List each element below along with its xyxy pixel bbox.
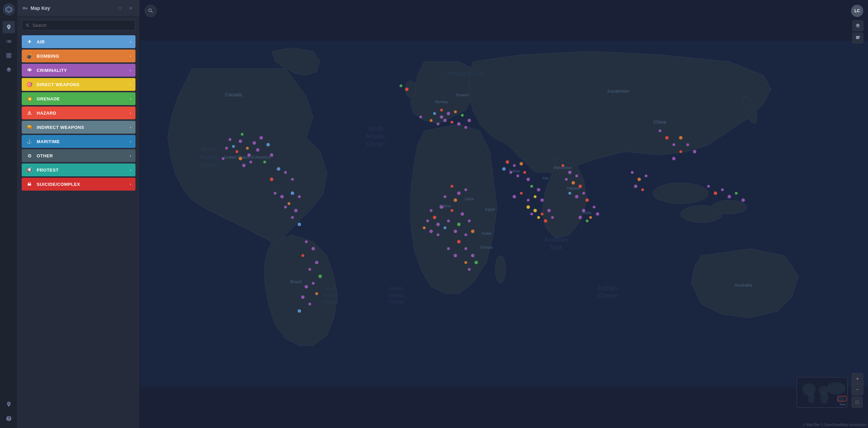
category-left-indirect-weapons: 🔫 INDIRECT WEAPONS [26,123,84,131]
sidebar-item-help[interactable] [3,412,15,425]
category-item-criminality[interactable]: 👁 CRIMINALITY › [22,64,135,77]
category-item-grenade[interactable]: 💥 GRENADE › [22,92,135,105]
svg-point-173 [679,136,682,139]
svg-text:Australia: Australia [734,283,752,288]
search-box[interactable] [22,20,135,31]
svg-point-7 [827,382,846,394]
svg-point-82 [312,247,315,250]
svg-point-194 [645,175,647,177]
search-input[interactable] [33,23,132,28]
svg-text:Arabian: Arabian [544,236,568,243]
category-icon-air: ✈ [26,38,33,45]
category-label-protest: PROTEST [37,168,59,173]
svg-point-73 [270,178,273,181]
map-info-button[interactable] [852,33,863,43]
category-item-other[interactable]: ⊙ OTHER › [22,149,135,162]
svg-text:Pacific: Pacific [200,154,218,161]
layer-toggle-button[interactable] [852,20,863,31]
category-chevron-criminality: › [130,68,131,72]
category-item-indirect-weapons[interactable]: 🔫 INDIRECT WEAPONS › [22,121,135,134]
svg-point-149 [426,219,429,222]
svg-point-91 [308,303,311,305]
category-label-suicide-complex: SUICIDE/COMPLEX [37,182,80,187]
svg-point-97 [454,111,457,113]
svg-point-190 [527,205,530,209]
svg-point-125 [457,192,461,195]
category-item-suicide-complex[interactable]: ☠ SUICIDE/COMPLEX › [22,178,135,191]
svg-point-131 [461,212,464,216]
svg-point-56 [259,136,263,139]
svg-point-137 [454,230,457,233]
svg-text:South: South [390,286,403,291]
svg-point-189 [551,216,554,219]
svg-point-110 [513,164,516,167]
category-icon-criminality: 👁 [26,66,33,74]
category-chevron-other: › [130,154,131,158]
svg-text:Libya: Libya [465,197,474,201]
sidebar-item-pin[interactable] [3,398,15,410]
svg-point-53 [246,147,249,150]
svg-point-136 [464,233,467,236]
svg-point-107 [464,126,467,129]
category-item-hazard[interactable]: ⚠ HAZARD › [22,106,135,119]
category-label-air: AIR [37,39,45,44]
sidebar-item-stack[interactable] [3,64,15,76]
svg-point-65 [225,147,228,150]
svg-point-168 [586,219,589,222]
category-chevron-grenade: › [130,97,131,101]
svg-text:Ocean: Ocean [598,292,618,299]
sidebar-item-location[interactable] [3,21,15,33]
svg-text:North: North [202,146,217,153]
category-item-bombing[interactable]: 💣 BOMBING › [22,50,135,62]
category-item-direct-weapons[interactable]: 🎯 DIRECT WEAPONS › [22,78,135,91]
svg-point-98 [440,115,443,119]
svg-point-142 [464,261,467,264]
category-icon-indirect-weapons: 🔫 [26,123,33,131]
svg-point-147 [430,209,432,212]
panel-header-left: Map Key [22,5,50,11]
zoom-out-button[interactable]: − [852,384,863,395]
category-chevron-indirect-weapons: › [130,125,131,129]
category-item-maritime[interactable]: ⚓ MARITIME › [22,135,135,148]
svg-point-182 [735,192,738,195]
category-icon-grenade: 💥 [26,95,33,102]
fullscreen-button[interactable] [852,397,863,408]
sidebar-item-table[interactable] [3,50,15,62]
category-left-criminality: 👁 CRIMINALITY [26,66,67,74]
svg-point-63 [250,161,252,163]
svg-point-79 [291,216,294,219]
category-left-direct-weapons: 🎯 DIRECT WEAPONS [26,81,79,88]
svg-point-164 [593,206,595,208]
svg-point-83 [301,254,304,257]
user-avatar[interactable]: LC [851,5,863,17]
svg-point-152 [429,230,433,233]
sidebar-item-layers[interactable] [3,35,15,47]
svg-point-153 [437,233,439,236]
category-left-hazard: ⚠ HAZARD [26,109,56,117]
svg-text:China: China [653,119,666,125]
svg-text:Atlantic: Atlantic [388,292,405,298]
svg-point-119 [534,195,536,198]
svg-point-179 [714,192,717,195]
svg-point-186 [547,209,551,212]
svg-point-128 [444,195,446,198]
close-button[interactable] [127,4,135,12]
svg-point-86 [318,275,322,278]
svg-point-197 [400,84,402,87]
svg-point-99 [433,112,436,115]
zoom-in-button[interactable]: + [852,373,863,384]
svg-point-72 [291,178,294,181]
panel-header-icons [116,4,135,12]
category-item-protest[interactable]: 📢 PROTEST › [22,163,135,176]
svg-point-60 [256,148,259,152]
expand-button[interactable] [116,4,124,12]
category-item-air[interactable]: ✈ AIR › [22,35,135,48]
category-icon-bombing: 💣 [26,52,33,60]
svg-point-187 [537,216,540,219]
mini-map: More [797,377,848,408]
zoom-to-fit-button[interactable] [145,5,157,17]
svg-point-169 [578,216,582,219]
world-map-svg: North Pacific Ocean North Atlantic Ocean… [140,0,868,428]
svg-point-87 [312,282,315,285]
category-left-bombing: 💣 BOMBING [26,52,59,60]
